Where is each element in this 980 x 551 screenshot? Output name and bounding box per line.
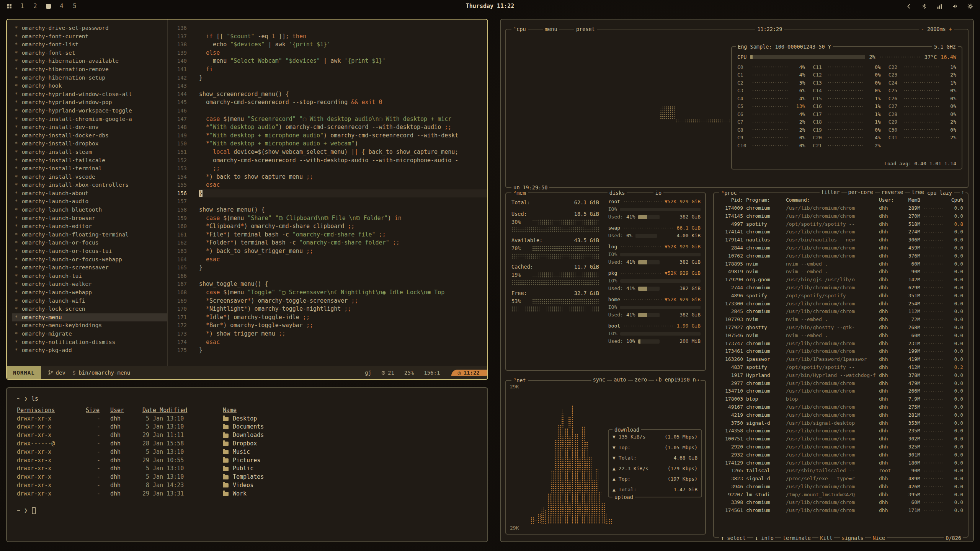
net-option-zero[interactable]: zero xyxy=(633,377,649,383)
mem-box-title[interactable]: ²mem xyxy=(511,189,528,197)
outline-item[interactable]: *omarchy-install-docker-dbs xyxy=(12,132,167,140)
code-line[interactable]: case $(menu "Share" "⧉ Clipboard\n⧉ File… xyxy=(199,214,487,223)
process-row[interactable]: 3946chromium/usr/lib/chromium/chromdhh42… xyxy=(719,483,963,491)
workspace-3-active[interactable] xyxy=(46,4,51,9)
code-line[interactable]: esac xyxy=(199,181,487,189)
code-line[interactable] xyxy=(199,272,487,280)
code-line[interactable]: omarchy-cmd-screenrecord --with-desktop-… xyxy=(199,156,487,165)
proc-option-filter[interactable]: filter xyxy=(820,189,841,195)
proc-option-reverse[interactable]: reverse xyxy=(880,189,905,195)
code-line[interactable]: show_toggle_menu() { xyxy=(199,280,487,289)
process-row[interactable]: 2744chromium/usr/lib/chromium/chromdhh62… xyxy=(719,284,963,292)
code-line[interactable]: } xyxy=(199,264,487,272)
code-line[interactable] xyxy=(199,82,487,90)
process-row[interactable]: 178003btopbtopdhh7.9M0.0 xyxy=(719,395,963,403)
outline-item[interactable]: *omarchy-install-steam xyxy=(12,148,167,156)
process-row[interactable]: 2845chromium/usr/lib/chromium/chromdhh11… xyxy=(719,308,963,316)
outline-item[interactable]: *omarchy-hook xyxy=(12,82,167,90)
outline-item[interactable]: *omarchy-launch-screensaver xyxy=(12,264,167,272)
process-row[interactable]: 4837spotify/opt/spotify/spotify --dhh412… xyxy=(719,364,963,372)
code-line[interactable]: local device=$(show_webcam_select_menu) … xyxy=(199,148,487,156)
code-line[interactable]: *Screensaver*) omarchy-toggle-screensave… xyxy=(199,297,487,305)
outline-item[interactable]: *omarchy-pkg-add xyxy=(12,346,167,355)
outline-item[interactable]: *omarchy-launch-about xyxy=(12,189,167,198)
code-line[interactable]: ;; xyxy=(199,165,487,173)
process-row[interactable]: 4896spotify/opt/spotify/spotify --dhh351… xyxy=(719,292,963,300)
net-option-sync[interactable]: sync xyxy=(591,377,607,383)
io-toggle[interactable]: io xyxy=(653,189,663,197)
menu-button[interactable]: menu xyxy=(543,25,559,33)
code-line[interactable]: if [[ "$count" -eq 1 ]]; then xyxy=(199,33,487,41)
preset-button[interactable]: preset xyxy=(574,25,597,33)
code-line[interactable] xyxy=(199,197,487,206)
volume-icon[interactable] xyxy=(952,3,958,9)
process-row[interactable]: 173747chromium/usr/lib/chromium/chromdhh… xyxy=(719,340,963,348)
workspace-2[interactable]: 2 xyxy=(33,3,38,10)
outline-item[interactable]: *omarchy-launch-wifi xyxy=(12,297,167,305)
process-row[interactable]: 173300chromium/usr/lib/chromium/chromdhh… xyxy=(719,300,963,308)
code-line[interactable]: show_screenrecord_menu() { xyxy=(199,90,487,99)
outline-item[interactable]: *omarchy-install-xbox-controllers xyxy=(12,181,167,189)
process-row[interactable]: 107703nvimnvim --embed .dhh72M0.0 xyxy=(719,316,963,324)
outline-item[interactable]: *omarchy-launch-tui xyxy=(12,272,167,280)
process-row[interactable]: 174561chromium/usr/lib/chromium/chromdhh… xyxy=(719,507,963,515)
code-line[interactable]: esac xyxy=(199,338,487,347)
process-row[interactable]: 92207lm-studi/tmp/.mount_lmstudw3AZQdhh3… xyxy=(719,491,963,499)
process-row[interactable]: 174358chromium/usr/lib/chromium/chromdhh… xyxy=(719,427,963,435)
outline-item[interactable]: *omarchy-hyprland-workspace-toggle xyxy=(12,107,167,115)
code-line[interactable]: *"With desktop + microphone audio + webc… xyxy=(199,140,487,148)
process-row[interactable]: 3398chromium/usr/lib/chromium/chromdhh60… xyxy=(719,499,963,507)
gear-icon[interactable] xyxy=(967,3,973,9)
interval-plus-button[interactable]: + xyxy=(949,26,952,32)
outline-item[interactable]: *omarchy-font-set xyxy=(12,49,167,57)
code-line[interactable]: } xyxy=(199,346,487,355)
code-line[interactable]: *File*) terminal bash -c "omarchy-cmd-sh… xyxy=(199,231,487,239)
process-row[interactable]: 1917Hyprland/usr/bin/Hyprland --watchdog… xyxy=(719,372,963,380)
process-row[interactable]: 2920chromium/usr/lib/chromium/chromdhh32… xyxy=(719,443,963,451)
outline-item[interactable]: *omarchy-launch-browser xyxy=(12,214,167,223)
outline-item[interactable]: *omarchy-launch-or-focus-webapp xyxy=(12,256,167,264)
outline-item[interactable]: *omarchy-lock-screen xyxy=(12,305,167,313)
process-row[interactable]: 2844chromium/usr/lib/chromium/chromdhh45… xyxy=(719,244,963,252)
outline-item[interactable]: *omarchy-launch-bluetooth xyxy=(12,206,167,214)
outline-item[interactable]: *omarchy-launch-floating-terminal xyxy=(12,231,167,239)
outline-item[interactable]: *omarchy-font-current xyxy=(12,33,167,41)
code-line[interactable]: *) show_trigger_menu ;; xyxy=(199,330,487,338)
process-row[interactable]: 2932chromium/usr/lib/chromium/chromdhh30… xyxy=(719,451,963,459)
code-line[interactable]: } xyxy=(199,74,487,82)
outline-item[interactable]: *omarchy-install-vscode xyxy=(12,173,167,181)
outline-item[interactable]: *omarchy-launch-audio xyxy=(12,197,167,206)
process-row[interactable]: 174141chromium/usr/lib/chromium/chromdhh… xyxy=(719,228,963,236)
scroll-up-indicator[interactable]: ↑ xyxy=(960,189,965,195)
outline-item[interactable]: *omarchy-install-chromium-google-a xyxy=(12,115,167,124)
process-row[interactable]: 107546nvimnvim --embed .dhh60M0.0 xyxy=(719,332,963,340)
code-line[interactable]: *) back_to show_trigger_menu ;; xyxy=(199,247,487,256)
code-line[interactable]: omarchy-cmd-screenrecord --stop-recordin… xyxy=(199,98,487,107)
code-line[interactable]: *Clipboard*) omarchy-cmd-share clipboard… xyxy=(199,222,487,231)
proc-action-signals[interactable]: signals xyxy=(840,535,865,541)
process-row[interactable]: 174145chromium/usr/lib/chromium/chromdhh… xyxy=(719,212,963,220)
process-row[interactable]: 178895nvimnvim --embed .dhh60M0.0 xyxy=(719,260,963,268)
terminal-window[interactable]: ~ ❯ ls PermissionsSizeUserDate ModifiedN… xyxy=(6,387,488,542)
workspace-4[interactable]: 4 xyxy=(59,3,64,10)
outline-item[interactable]: *omarchy-launch-webapp xyxy=(12,289,167,297)
proc-option-per-core[interactable]: per-core xyxy=(847,189,875,195)
code-area[interactable]: if [[ "$count" -eq 1 ]]; then echo "$dev… xyxy=(192,20,487,366)
outline-item[interactable]: *omarchy-launch-or-focus xyxy=(12,239,167,247)
code-line[interactable]: fi xyxy=(199,65,487,74)
code-line[interactable]: menu "Select Webcam" "$devices" | awk '{… xyxy=(199,57,487,65)
outline-item[interactable]: *omarchy-menu xyxy=(12,313,167,322)
code-line[interactable]: case $(menu "Screenrecord" "▢ With deskt… xyxy=(199,115,487,124)
bluetooth-icon[interactable] xyxy=(921,3,927,9)
process-row[interactable]: 3750signal-d/usr/lib/signal-desktopdhh35… xyxy=(719,419,963,427)
process-row[interactable]: 4997spotify/opt/spotify/spotify --dhh518… xyxy=(719,220,963,228)
proc-box-title[interactable]: ⁴proc xyxy=(719,189,739,197)
process-row[interactable]: 177927ghostty/usr/bin/ghostty --gtk-dhh2… xyxy=(719,324,963,332)
outline-item[interactable]: *omarchy-migrate xyxy=(12,330,167,338)
workspace-5[interactable]: 5 xyxy=(72,3,77,10)
code-line[interactable] xyxy=(199,107,487,115)
process-row[interactable]: 174129chromium/usr/lib/chromium/chromdhh… xyxy=(719,459,963,467)
launcher-icon[interactable] xyxy=(7,4,11,8)
process-row[interactable]: 49819nvimnvim --embed .dhh90M0.0 xyxy=(719,268,963,276)
process-row[interactable]: 10762chromium/usr/lib/chromium/chromdhh3… xyxy=(719,252,963,260)
